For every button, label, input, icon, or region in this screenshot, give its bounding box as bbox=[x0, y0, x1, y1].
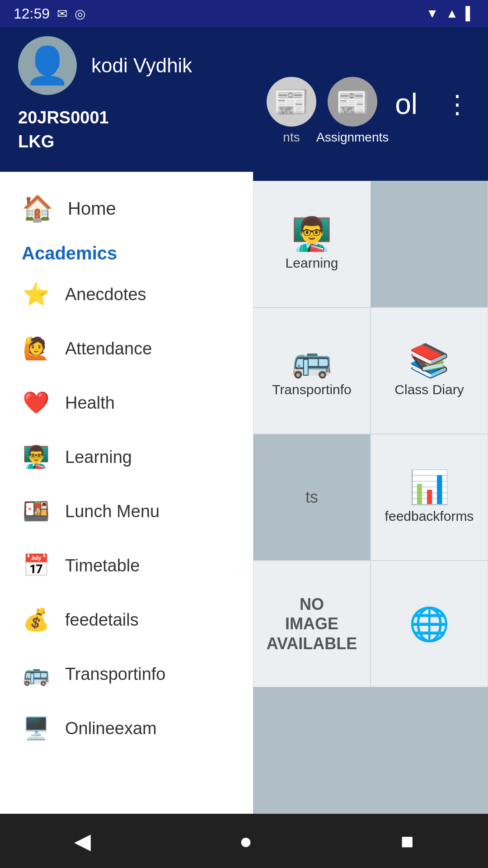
status-bar-left: 12:59 ✉ ◎ bbox=[14, 5, 85, 22]
learning-menu-icon: 👨‍🏫 bbox=[22, 443, 51, 472]
menu-dots-icon[interactable]: ⋮ bbox=[445, 90, 470, 119]
grid-partial-left: ts bbox=[253, 434, 371, 561]
transport-menu-icon: 🚌 bbox=[22, 660, 51, 689]
grid-item-empty-1 bbox=[371, 181, 488, 307]
learning-label: Learning bbox=[65, 448, 132, 467]
battery-icon: ▌ bbox=[465, 6, 474, 21]
anecdotes-label: Anecdotes bbox=[65, 285, 146, 304]
student-id: 20JRS0001 bbox=[18, 108, 109, 127]
drawer-user-row: 👤 kodi Vydhik bbox=[18, 36, 235, 95]
student-grade: LKG bbox=[18, 132, 54, 151]
menu-item-home[interactable]: 🏠 Home bbox=[0, 181, 253, 236]
menu-item-lunch-menu[interactable]: 🍱 Lunch Menu bbox=[0, 484, 253, 538]
attendance-icon: 🙋 bbox=[22, 334, 51, 363]
menu-item-health[interactable]: ❤️ Health bbox=[0, 376, 253, 430]
anecdotes-icon: ⭐ bbox=[22, 280, 51, 309]
no-image-label: NOIMAGEAVAILABLE bbox=[267, 594, 357, 653]
feedbackforms-grid-icon: 📊 bbox=[409, 471, 450, 503]
drawer-username: kodi Vydhik bbox=[91, 54, 192, 77]
health-icon: ❤️ bbox=[22, 388, 51, 417]
drawer-menu-list: 🏠 Home Academics ⭐ Anecdotes 🙋 Attendanc… bbox=[0, 172, 253, 868]
main-grid: 👨‍🏫 Learning 🚌 Transportinfo 📚 Class Dia… bbox=[253, 181, 488, 814]
onlineexam-label: Onlineexam bbox=[65, 719, 157, 738]
onlineexam-icon: 🖥️ bbox=[22, 714, 51, 743]
menu-item-transportinfo[interactable]: 🚌 Transportinfo bbox=[0, 647, 253, 701]
app-title-partial: ol bbox=[395, 87, 418, 121]
feedbackforms-grid-label: feedbackforms bbox=[385, 509, 474, 524]
assignments-label: Assignments bbox=[316, 130, 389, 145]
recents-button[interactable]: ■ bbox=[401, 829, 414, 854]
bottom-navigation: ◀ ● ■ bbox=[0, 814, 488, 868]
lunch-menu-icon: 🍱 bbox=[22, 497, 51, 526]
assignments-partial-label: nts bbox=[283, 130, 300, 145]
feedetails-icon: 💰 bbox=[22, 605, 51, 634]
avatar: 👤 bbox=[18, 36, 77, 95]
academics-section-header: Academics bbox=[0, 236, 253, 267]
mail-icon: ✉ bbox=[57, 6, 67, 21]
class-diary-grid-label: Class Diary bbox=[394, 382, 464, 397]
timetable-icon: 📅 bbox=[22, 551, 51, 580]
feedetails-label: feedetails bbox=[65, 610, 139, 630]
attendance-label: Attendance bbox=[65, 339, 152, 359]
menu-item-attendance[interactable]: 🙋 Attendance bbox=[0, 321, 253, 376]
transport-label: Transportinfo bbox=[65, 665, 165, 684]
status-bar: 12:59 ✉ ◎ ▼ ▲ ▌ bbox=[0, 0, 488, 27]
menu-item-feedetails[interactable]: 💰 feedetails bbox=[0, 593, 253, 647]
home-button[interactable]: ● bbox=[239, 829, 252, 854]
learning-grid-icon: 👨‍🏫 bbox=[291, 217, 332, 250]
assignments-top-icon[interactable]: 📰 nts bbox=[267, 77, 316, 145]
drawer-student-info: 20JRS0001 LKG bbox=[18, 106, 235, 154]
grid-item-transportinfo[interactable]: 🚌 Transportinfo bbox=[253, 307, 371, 434]
home-icon: 🏠 bbox=[22, 193, 53, 223]
status-bar-right: ▼ ▲ ▌ bbox=[426, 6, 474, 21]
back-button[interactable]: ◀ bbox=[74, 828, 91, 854]
grid-item-no-image[interactable]: NOIMAGEAVAILABLE bbox=[253, 561, 371, 687]
menu-item-timetable[interactable]: 📅 Timetable bbox=[0, 538, 253, 593]
class-diary-grid-icon: 📚 bbox=[409, 344, 450, 377]
home-label: Home bbox=[68, 198, 116, 219]
menu-item-onlineexam[interactable]: 🖥️ Onlineexam bbox=[0, 701, 253, 755]
assignments-grid-icon[interactable]: 📰 Assignments bbox=[316, 77, 389, 145]
grid-item-class-diary[interactable]: 📚 Class Diary bbox=[371, 307, 488, 434]
grid-item-learning[interactable]: 👨‍🏫 Learning bbox=[253, 181, 371, 307]
person-icon: 👤 bbox=[25, 44, 70, 87]
menu-item-learning[interactable]: 👨‍🏫 Learning bbox=[0, 430, 253, 484]
grid-item-globe[interactable]: 🌐 bbox=[371, 561, 488, 687]
menu-item-anecdotes[interactable]: ⭐ Anecdotes bbox=[0, 267, 253, 321]
transport-grid-icon: 🚌 bbox=[291, 344, 332, 377]
wifi-icon: ▼ bbox=[426, 6, 439, 21]
grid-item-feedbackforms[interactable]: 📊 feedbackforms bbox=[371, 434, 488, 561]
timetable-label: Timetable bbox=[65, 556, 140, 576]
navigation-drawer: 👤 kodi Vydhik 20JRS0001 LKG 🏠 Home Acade… bbox=[0, 0, 253, 868]
globe-grid-icon: 🌐 bbox=[409, 608, 450, 640]
learning-grid-label: Learning bbox=[286, 255, 338, 271]
lunch-menu-label: Lunch Menu bbox=[65, 502, 160, 521]
transport-grid-label: Transportinfo bbox=[272, 382, 352, 397]
circle-icon: ◎ bbox=[75, 6, 85, 21]
status-time: 12:59 bbox=[14, 5, 50, 22]
health-label: Health bbox=[65, 393, 115, 413]
signal-icon: ▲ bbox=[446, 6, 458, 21]
